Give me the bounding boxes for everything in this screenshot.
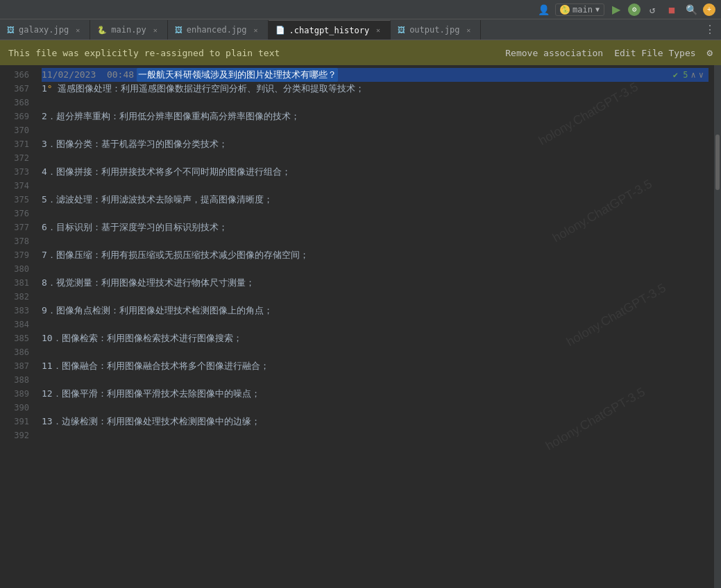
ln-385: 385 [0,331,36,345]
editor-container: 366 367 368 369 370 371 372 373 374 375 … [0,65,721,588]
ln-388: 388 [0,373,36,387]
tab-close-galaxy[interactable]: ✕ [73,25,83,35]
timestamp-366: 11/02/2023 00:48 [42,68,134,82]
table-row: 11/02/2023 00:48 一般航天科研领域涉及到的图片处理技术有哪些？ [42,68,709,82]
ln-371: 371 [0,137,36,151]
branch-name: main [572,5,593,15]
refresh-icon[interactable]: ↺ [645,2,660,17]
build-icon[interactable]: ⚙ [628,3,641,16]
tab-close-chatgpt[interactable]: ✕ [373,26,383,35]
table-row: 2．超分辨率重构：利用低分辨率图像重构高分辨率图像的技术； [42,110,709,123]
nav-up[interactable]: ∧ [691,68,696,82]
table-row [42,401,709,415]
table-row [42,373,709,387]
table-row [42,345,709,359]
scrollbar-thumb[interactable] [715,135,720,190]
tab-bar: 🖼 galaxy.jpg ✕ 🐍 main.py ✕ 🖼 enhanced.jp… [0,19,721,40]
tab-galaxy[interactable]: 🖼 galaxy.jpg ✕ [0,20,90,40]
table-row: 1° 遥感图像处理：利用遥感图像数据进行空间分析、判识、分类和提取等技术； [42,82,709,96]
top-toolbar: 👤 🐍 main ▼ ▶ ⚙ ↺ ■ 🔍 + [0,0,721,19]
table-row [42,96,709,110]
table-row: 11．图像融合：利用图像融合技术将多个图像进行融合； [42,359,709,373]
notification-text: This file was explicitly re-assigned to … [8,48,505,58]
ln-387: 387 [0,359,36,373]
settings-icon[interactable]: ⚙ [707,47,713,58]
scrollbar-track[interactable] [714,65,721,588]
main-file-icon: 🐍 [97,26,107,35]
table-row [42,234,709,248]
notification-bar: This file was explicitly re-assigned to … [0,40,721,65]
tab-close-output[interactable]: ✕ [464,25,473,35]
notification-actions: Remove association Edit File Types ⚙ [505,47,713,58]
branch-selector[interactable]: 🐍 main ▼ [555,3,604,16]
table-row [42,429,709,442]
stop-icon[interactable]: ■ [664,2,679,17]
chevron-down-icon: ▼ [595,6,600,13]
ln-369: 369 [0,110,36,123]
tab-close-enhanced[interactable]: ✕ [251,25,261,35]
highlighted-query: 一般航天科研领域涉及到的图片处理技术有哪些？ [137,68,338,82]
check-area: ✔ 5 ∧ ∨ [673,68,704,82]
ln-383: 383 [0,304,36,318]
ln-377: 377 [0,220,36,234]
table-row [42,318,709,331]
run-button[interactable]: ▶ [609,2,624,17]
tab-output[interactable]: 🖼 output.jpg ✕ [391,20,481,40]
ln-373: 373 [0,165,36,179]
ln-392: 392 [0,429,36,442]
ln-370: 370 [0,123,36,137]
tab-main[interactable]: 🐍 main.py ✕ [90,20,168,40]
ln-368: 368 [0,96,36,110]
enhanced-file-icon: 🖼 [175,26,183,35]
table-row: 4．图像拼接：利用拼接技术将多个不同时期的图像进行组合； [42,165,709,179]
ln-372: 372 [0,151,36,165]
ln-391: 391 [0,415,36,429]
ln-381: 381 [0,276,36,290]
galaxy-file-icon: 🖼 [7,26,15,35]
ln-386: 386 [0,345,36,359]
check-count: ✔ 5 [673,68,688,82]
table-row: 6．目标识别：基于深度学习的目标识别技术； [42,220,709,234]
ln-378: 378 [0,234,36,248]
edit-file-types-link[interactable]: Edit File Types [614,48,695,58]
search-icon[interactable]: 🔍 [684,2,699,17]
table-row [42,123,709,137]
output-file-icon: 🖼 [398,26,405,35]
tab-chatgpt-history[interactable]: 📄 .chatgpt_history ✕ [269,20,391,40]
ln-376: 376 [0,207,36,220]
ln-374: 374 [0,179,36,193]
python-icon: 🐍 [560,5,570,15]
table-row [42,262,709,276]
table-row: 7．图像压缩：利用有损压缩或无损压缩技术减少图像的存储空间； [42,248,709,262]
ln-375: 375 [0,193,36,207]
ln-389: 389 [0,387,36,401]
tab-close-main[interactable]: ✕ [151,25,160,35]
update-icon[interactable]: + [703,3,715,16]
ln-384: 384 [0,318,36,331]
ln-367: 367 [0,82,36,96]
code-content[interactable]: holony.ChatGPT-3.5 holony.ChatGPT-3.5 ho… [36,65,714,588]
table-row: 8．视觉测量：利用图像处理技术进行物体尺寸测量； [42,276,709,290]
table-row [42,207,709,220]
ln-366: 366 [0,68,36,82]
table-row [42,179,709,193]
table-row: 10．图像检索：利用图像检索技术进行图像搜索； [42,331,709,345]
table-row: 3．图像分类：基于机器学习的图像分类技术； [42,137,709,151]
table-row [42,151,709,165]
line-numbers: 366 367 368 369 370 371 372 373 374 375 … [0,65,36,588]
ln-390: 390 [0,401,36,415]
user-icon[interactable]: 👤 [536,2,551,17]
table-row: 12．图像平滑：利用图像平滑技术去除图像中的噪点； [42,387,709,401]
table-row [42,290,709,304]
tab-enhanced[interactable]: 🖼 enhanced.jpg ✕ [168,20,269,40]
ln-382: 382 [0,290,36,304]
nav-down[interactable]: ∨ [699,68,704,82]
ln-379: 379 [0,248,36,262]
table-row: 13．边缘检测：利用图像处理技术检测图像中的边缘； [42,415,709,429]
table-row: 9．图像角点检测：利用图像处理技术检测图像上的角点； [42,304,709,318]
tab-more-button[interactable]: ⋮ [699,23,721,36]
table-row: 5．滤波处理：利用滤波技术去除噪声，提高图像清晰度； [42,193,709,207]
chatgpt-file-icon: 📄 [275,26,285,35]
ln-380: 380 [0,262,36,276]
remove-association-link[interactable]: Remove association [505,48,603,58]
